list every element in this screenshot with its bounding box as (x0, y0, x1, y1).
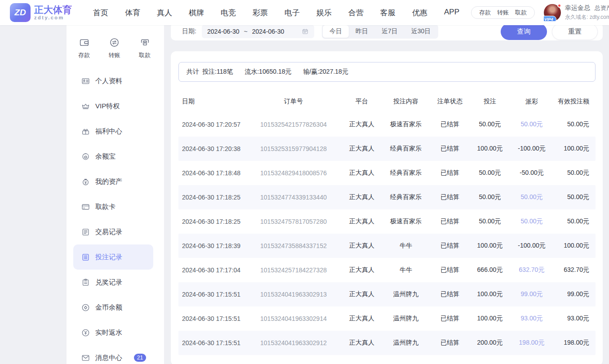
nav-item[interactable]: APP (444, 8, 459, 18)
piggy-bank-icon (81, 152, 90, 161)
sidebar-item[interactable]: 交易记录 (73, 219, 153, 244)
quick-action-atm[interactable]: 取款 (139, 37, 151, 59)
username[interactable]: 幸运金总 (565, 4, 590, 12)
nav-item[interactable]: 彩票 (253, 8, 268, 18)
sidebar-item[interactable]: 实时返水 (73, 320, 153, 345)
cell-platform: 正大真人 (341, 209, 382, 234)
column-header: 注单状态 (429, 91, 471, 112)
nav-item[interactable]: 合营 (348, 8, 364, 18)
table-row: 2024-06-30 17:18:391015324735884337152正大… (178, 234, 596, 258)
quick-range-button[interactable]: 今日 (323, 25, 349, 38)
sidebar: 存款转账取款 个人资料VIP特权福利中心余额宝我的资产取款卡交易记录投注记录兑奖… (67, 25, 164, 364)
sidebar-item[interactable]: 消息中心21 (73, 345, 153, 364)
cell-bet-content: 温州牌九 (382, 282, 429, 306)
cell-bet-amount: 50.00元 (471, 185, 509, 209)
nav-item[interactable]: 优惠 (412, 8, 427, 18)
quick-range-button[interactable]: 近30日 (405, 25, 438, 38)
unread-count-badge: 21 (134, 354, 146, 362)
sidebar-item[interactable]: 取款卡 (73, 194, 153, 219)
quick-range-button[interactable]: 昨日 (349, 25, 375, 38)
sidebar-item[interactable]: 投注记录 (73, 244, 153, 270)
cell-bet-amount: 200.00元 (471, 331, 509, 355)
cell-bet-content: 温州牌九 (382, 331, 429, 355)
total-assets-label: 总资产: (595, 4, 609, 12)
permanent-domain: 永久域名: zdty.com (565, 13, 609, 21)
cell-bet-content: 牛牛 (382, 234, 429, 258)
nav-item[interactable]: 首页 (93, 8, 108, 18)
sidebar-item-label: 金币余额 (95, 303, 122, 312)
sidebar-menu: 个人资料VIP特权福利中心余额宝我的资产取款卡交易记录投注记录兑奖记录金币余额实… (67, 68, 164, 364)
quick-action-transfer[interactable]: 转账 (109, 37, 120, 59)
nav-item[interactable]: 电竞 (221, 8, 236, 18)
sidebar-item[interactable]: 余额宝 (73, 144, 153, 169)
cell-bet-content: 经典百家乐 (382, 161, 429, 185)
sidebar-item[interactable]: 兑奖记录 (73, 270, 153, 295)
brand-logo-mark: ZD (10, 3, 31, 22)
nav-item[interactable]: 客服 (380, 8, 396, 18)
cell-order-no: 1015324757817057280 (246, 209, 341, 234)
wallet-action[interactable]: 转账 (497, 9, 509, 17)
quick-action-wallet[interactable]: 存款 (78, 37, 90, 59)
sidebar-item-label: 取款卡 (95, 203, 116, 211)
user-avatar[interactable]: VIP4 (544, 4, 561, 21)
cell-valid-bet: 198.00元 (554, 331, 596, 355)
cell-payout: 50.00元 (509, 185, 554, 209)
notification-dot (557, 4, 561, 8)
brand-logo[interactable]: ZD 正大体育 zdty.com (10, 3, 78, 22)
transfer-icon (109, 37, 120, 48)
cell-payout: -100.00元 (509, 234, 554, 258)
sidebar-item[interactable]: 金币余额 (73, 295, 153, 320)
cell-status: 已结算 (429, 234, 471, 258)
sidebar-item-label: VIP特权 (95, 102, 120, 111)
cell-valid-bet: 50.00元 (554, 112, 596, 137)
quick-range-button[interactable]: 近7日 (375, 25, 405, 38)
cell-valid-bet: 632.70元 (554, 258, 596, 282)
cell-status: 已结算 (429, 306, 471, 331)
sidebar-item-label: 实时返水 (95, 328, 122, 337)
cell-order-no: 1015325315977904128 (246, 137, 341, 161)
cell-status: 已结算 (429, 331, 471, 355)
cell-bet-content: 极速百家乐 (382, 209, 429, 234)
sidebar-item[interactable]: 我的资产 (73, 169, 153, 194)
clipboard-icon (81, 278, 90, 287)
cell-platform: 正大真人 (341, 258, 382, 282)
nav-item[interactable]: 娱乐 (316, 8, 332, 18)
nav-item[interactable]: 棋牌 (189, 8, 204, 18)
column-header: 平台 (341, 91, 382, 112)
cell-date: 2024-06-30 17:18:48 (178, 161, 246, 185)
date-range-input[interactable]: 2024-06-30 ~ 2024-06-30 (202, 25, 314, 38)
summary-bar: 共计 投注:118笔 流水:10650.18元 输/赢:2027.18元 (178, 62, 596, 82)
cell-platform: 正大真人 (341, 137, 382, 161)
date-separator: ~ (244, 28, 248, 35)
calendar-icon[interactable] (302, 28, 309, 35)
reset-button[interactable]: 重置 (552, 23, 598, 40)
cell-status: 已结算 (429, 282, 471, 306)
cell-order-no: 1015324774339133440 (246, 185, 341, 209)
nav-item[interactable]: 真人 (157, 8, 172, 18)
wallet-action[interactable]: 取款 (515, 9, 527, 17)
top-navbar: ZD 正大体育 zdty.com 首页体育真人棋牌电竞彩票电子娱乐合营客服优惠A… (0, 0, 609, 25)
wallet-action[interactable]: 存款 (479, 9, 491, 17)
sidebar-item[interactable]: VIP特权 (73, 93, 153, 119)
column-header: 投注 (471, 91, 509, 112)
wallet-actions-pill: 存款转账取款 (471, 6, 535, 19)
nav-item[interactable]: 体育 (125, 8, 140, 18)
cell-valid-bet: 100.00元 (554, 234, 596, 258)
nav-item[interactable]: 电子 (284, 8, 300, 18)
table-row: 2024-06-30 17:15:511015324041963302912正大… (178, 331, 596, 355)
sidebar-item[interactable]: 福利中心 (73, 119, 153, 144)
rebate-icon (81, 328, 90, 337)
wallet-icon (79, 37, 90, 48)
summary-prefix: 共计 (187, 68, 199, 76)
cell-platform: 正大真人 (341, 161, 382, 185)
sidebar-item-label: 交易记录 (95, 228, 122, 236)
sidebar-item[interactable]: 个人资料 (73, 68, 153, 93)
cell-date: 2024-06-30 17:20:57 (178, 112, 246, 137)
cell-bet-content: 经典百家乐 (382, 185, 429, 209)
cell-status: 已结算 (429, 137, 471, 161)
cell-payout: 50.00元 (509, 112, 554, 137)
gift-icon (81, 127, 90, 136)
table-row: 2024-06-30 17:20:571015325421577826304正大… (178, 112, 596, 137)
vip-badge: VIP4 (544, 16, 556, 21)
search-button[interactable]: 查询 (501, 23, 547, 40)
